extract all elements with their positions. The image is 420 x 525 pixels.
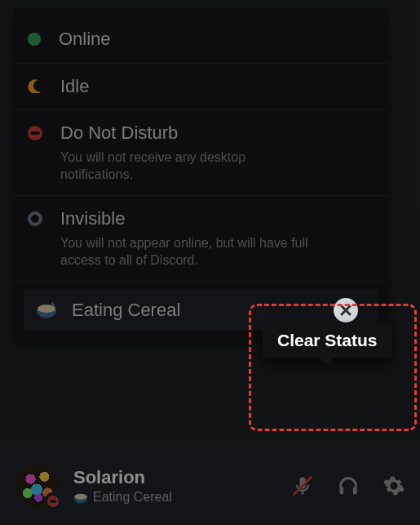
- clear-status-button[interactable]: [334, 298, 358, 323]
- status-label: Idle: [60, 75, 374, 99]
- dnd-icon: [28, 126, 42, 140]
- status-label: Online: [59, 28, 374, 51]
- svg-point-4: [74, 494, 86, 500]
- custom-status-label: Eating Cereal: [72, 300, 366, 321]
- user-name: Solarion: [73, 467, 278, 488]
- tooltip-text: Clear Status: [277, 331, 378, 349]
- bowl-cereal-icon: [36, 301, 57, 319]
- status-desc: You will not appear online, but will hav…: [60, 234, 321, 269]
- idle-icon: [28, 78, 42, 93]
- bowl-cereal-icon: [73, 492, 88, 503]
- user-info: Solarion Eating Cereal: [73, 467, 278, 505]
- headphones-icon[interactable]: [337, 474, 360, 497]
- svg-rect-7: [340, 487, 344, 494]
- status-label: Do Not Disturb: [60, 122, 374, 145]
- user-status: Eating Cereal: [73, 490, 278, 505]
- invisible-icon: [28, 211, 42, 226]
- status-option-dnd[interactable]: Do Not Disturb You will not receive any …: [13, 110, 389, 196]
- status-option-idle[interactable]: Idle: [13, 64, 389, 111]
- avatar-wrap[interactable]: [15, 463, 60, 509]
- online-icon: [28, 33, 41, 46]
- close-icon: [339, 304, 352, 317]
- clear-status-tooltip: Clear Status: [263, 323, 392, 358]
- status-option-invisible[interactable]: Invisible You will not appear online, bu…: [13, 196, 389, 281]
- gear-icon[interactable]: [382, 474, 405, 497]
- status-option-online[interactable]: Online: [13, 16, 389, 64]
- status-desc: You will not receive any desktop notific…: [60, 149, 321, 184]
- mic-muted-icon[interactable]: [291, 474, 314, 497]
- svg-point-1: [38, 305, 55, 313]
- bar-icons: [291, 474, 405, 497]
- user-bar: Solarion Eating Cereal: [0, 447, 420, 525]
- svg-rect-8: [353, 487, 357, 494]
- user-status-text: Eating Cereal: [93, 490, 172, 505]
- status-menu: Online Idle Do Not Disturb You will not …: [13, 8, 389, 339]
- status-label: Invisible: [60, 207, 374, 231]
- avatar-status-dnd-icon: [44, 492, 62, 510]
